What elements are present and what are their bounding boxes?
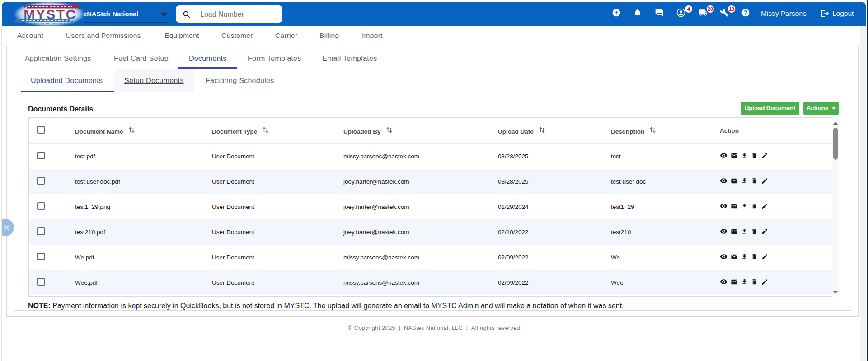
svg-text:MANAGING YOUR SMALL TRUCKING C: MANAGING YOUR SMALL TRUCKING COMPANY [26, 22, 74, 25]
